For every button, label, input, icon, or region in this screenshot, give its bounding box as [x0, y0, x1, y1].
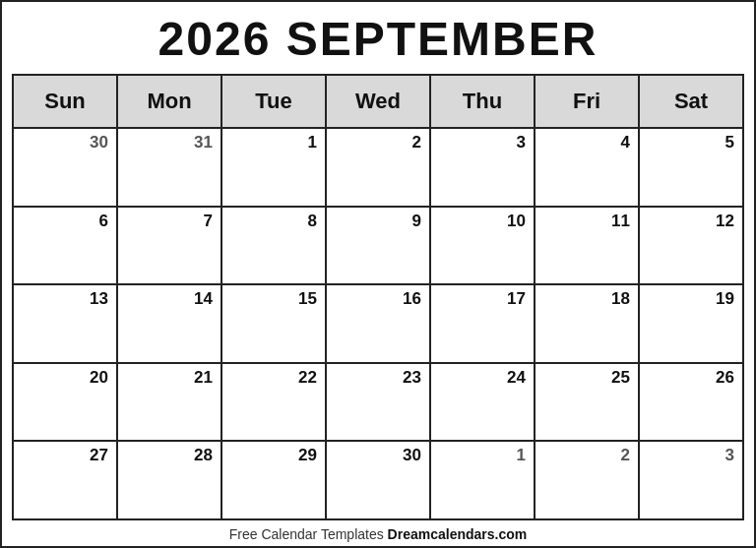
day-cell: 8: [222, 208, 327, 286]
day-number: 25: [536, 364, 638, 388]
day-number: 12: [640, 208, 742, 231]
header-row: SunMonTueWedThuFriSat: [14, 76, 744, 129]
day-cell: 28: [118, 442, 222, 520]
day-number: 19: [640, 285, 742, 309]
day-cell: 10: [431, 208, 536, 286]
footer-text: Free Calendar Templates: [229, 526, 388, 542]
header-cell-thu: Thu: [431, 76, 536, 129]
day-cell: 1: [222, 129, 327, 208]
day-number: 17: [431, 285, 534, 309]
day-cell: 24: [431, 364, 536, 443]
day-cell: 7: [118, 208, 222, 286]
day-cell: 21: [118, 364, 222, 443]
day-cell: 4: [536, 129, 640, 208]
day-number: 23: [327, 364, 429, 388]
day-cell: 6: [14, 208, 118, 286]
day-number: 22: [222, 364, 325, 388]
day-number: 15: [222, 285, 325, 309]
day-cell: 23: [327, 364, 431, 443]
calendar-container: 2026 SEPTEMBER SunMonTueWedThuFriSat 303…: [2, 2, 754, 546]
header-cell-wed: Wed: [327, 76, 431, 129]
day-cell: 12: [640, 208, 744, 286]
day-cell: 9: [327, 208, 431, 286]
day-cell: 17: [431, 285, 536, 364]
day-cell: 20: [14, 364, 118, 443]
day-cell: 27: [14, 442, 118, 520]
header-cell-sat: Sat: [640, 76, 744, 129]
day-number: 27: [14, 442, 116, 465]
footer: Free Calendar Templates Dreamcalendars.c…: [12, 520, 744, 546]
day-number: 2: [536, 442, 638, 465]
calendar-title: 2026 SEPTEMBER: [12, 2, 744, 74]
day-number: 24: [431, 364, 534, 388]
day-number: 28: [118, 442, 220, 465]
day-number: 18: [536, 285, 638, 309]
header-cell-sun: Sun: [14, 76, 118, 129]
day-cell: 3: [431, 129, 536, 208]
day-number: 2: [327, 129, 429, 152]
day-cell: 22: [222, 364, 327, 443]
day-number: 6: [14, 208, 116, 231]
day-number: 30: [14, 129, 116, 152]
day-cell: 15: [222, 285, 327, 364]
day-number: 10: [431, 208, 534, 231]
day-number: 1: [431, 442, 534, 465]
day-number: 14: [118, 285, 220, 309]
week-row-3: 20212223242526: [14, 364, 744, 443]
day-cell: 13: [14, 285, 118, 364]
day-number: 21: [118, 364, 220, 388]
day-number: 9: [327, 208, 429, 231]
day-cell: 2: [536, 442, 640, 520]
day-number: 31: [118, 129, 220, 152]
day-cell: 5: [640, 129, 744, 208]
day-number: 13: [14, 285, 116, 309]
day-number: 1: [222, 129, 325, 152]
day-number: 3: [431, 129, 534, 152]
day-number: 16: [327, 285, 429, 309]
day-number: 26: [640, 364, 742, 388]
day-number: 3: [640, 442, 742, 465]
week-row-1: 6789101112: [14, 208, 744, 286]
day-number: 5: [640, 129, 742, 152]
day-cell: 25: [536, 364, 640, 443]
week-row-0: 303112345: [14, 129, 744, 208]
header-cell-fri: Fri: [536, 76, 640, 129]
day-cell: 26: [640, 364, 744, 443]
day-number: 7: [118, 208, 220, 231]
day-cell: 2: [327, 129, 431, 208]
day-number: 20: [14, 364, 116, 388]
day-cell: 3: [640, 442, 744, 520]
day-cell: 18: [536, 285, 640, 364]
day-cell: 1: [431, 442, 536, 520]
day-number: 4: [536, 129, 638, 152]
day-cell: 30: [327, 442, 431, 520]
header-cell-mon: Mon: [118, 76, 222, 129]
day-cell: 30: [14, 129, 118, 208]
footer-brand: Dreamcalendars.com: [388, 526, 528, 542]
week-row-2: 13141516171819: [14, 285, 744, 364]
calendar-grid: SunMonTueWedThuFriSat 303112345678910111…: [12, 74, 744, 520]
week-row-4: 27282930123: [14, 442, 744, 520]
day-cell: 31: [118, 129, 222, 208]
day-number: 29: [222, 442, 325, 465]
day-cell: 19: [640, 285, 744, 364]
day-cell: 11: [536, 208, 640, 286]
day-number: 8: [222, 208, 325, 231]
day-number: 30: [327, 442, 429, 465]
day-cell: 16: [327, 285, 431, 364]
day-number: 11: [536, 208, 638, 231]
day-cell: 14: [118, 285, 222, 364]
day-cell: 29: [222, 442, 327, 520]
header-cell-tue: Tue: [222, 76, 327, 129]
